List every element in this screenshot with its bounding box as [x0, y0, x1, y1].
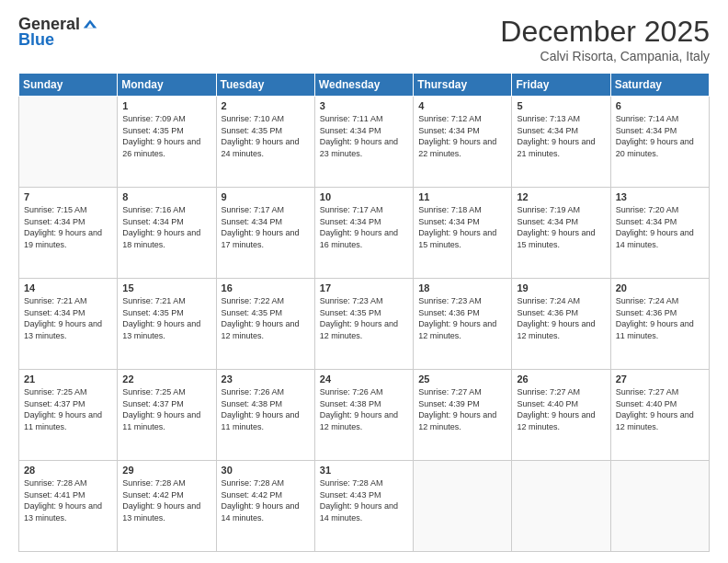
calendar-cell: 26Sunrise: 7:27 AMSunset: 4:40 PMDayligh… — [512, 370, 610, 461]
cell-content: Sunrise: 7:16 AMSunset: 4:34 PMDaylight:… — [122, 204, 210, 250]
day-header-tuesday: Tuesday — [216, 74, 314, 97]
cell-content: Sunrise: 7:28 AMSunset: 4:43 PMDaylight:… — [320, 477, 408, 523]
calendar-cell: 9Sunrise: 7:17 AMSunset: 4:34 PMDaylight… — [216, 188, 314, 279]
cell-content: Sunrise: 7:10 AMSunset: 4:35 PMDaylight:… — [222, 113, 310, 159]
day-number: 11 — [418, 191, 506, 202]
week-row-2: 14Sunrise: 7:21 AMSunset: 4:34 PMDayligh… — [19, 279, 710, 370]
calendar-cell: 12Sunrise: 7:19 AMSunset: 4:34 PMDayligh… — [512, 188, 610, 279]
day-number: 27 — [616, 373, 704, 385]
calendar-cell: 15Sunrise: 7:21 AMSunset: 4:35 PMDayligh… — [118, 279, 216, 370]
day-number: 25 — [418, 373, 506, 385]
cell-content: Sunrise: 7:25 AMSunset: 4:37 PMDaylight:… — [122, 386, 210, 432]
cell-content: Sunrise: 7:26 AMSunset: 4:38 PMDaylight:… — [222, 386, 310, 432]
day-number: 13 — [616, 191, 704, 202]
logo-icon — [82, 17, 98, 33]
day-number: 1 — [122, 100, 210, 111]
day-number: 7 — [24, 191, 112, 202]
day-number: 4 — [418, 100, 506, 111]
calendar-cell: 22Sunrise: 7:25 AMSunset: 4:37 PMDayligh… — [118, 370, 216, 461]
day-header-monday: Monday — [118, 74, 216, 97]
day-number: 17 — [320, 282, 408, 293]
cell-content: Sunrise: 7:12 AMSunset: 4:34 PMDaylight:… — [418, 113, 506, 159]
day-number: 14 — [24, 282, 112, 293]
cell-content: Sunrise: 7:28 AMSunset: 4:42 PMDaylight:… — [222, 477, 310, 523]
cell-content: Sunrise: 7:19 AMSunset: 4:34 PMDaylight:… — [517, 204, 605, 250]
calendar-cell: 2Sunrise: 7:10 AMSunset: 4:35 PMDaylight… — [216, 97, 314, 188]
day-header-friday: Friday — [512, 74, 610, 97]
calendar-cell: 17Sunrise: 7:23 AMSunset: 4:35 PMDayligh… — [314, 279, 413, 370]
cell-content: Sunrise: 7:18 AMSunset: 4:34 PMDaylight:… — [418, 204, 506, 250]
cell-content: Sunrise: 7:23 AMSunset: 4:36 PMDaylight:… — [418, 295, 506, 341]
day-number: 8 — [122, 191, 210, 202]
day-number: 23 — [222, 373, 310, 385]
cell-content: Sunrise: 7:15 AMSunset: 4:34 PMDaylight:… — [24, 204, 112, 250]
cell-content: Sunrise: 7:24 AMSunset: 4:36 PMDaylight:… — [517, 295, 605, 341]
day-number: 26 — [517, 373, 605, 385]
day-header-sunday: Sunday — [19, 74, 118, 97]
day-number: 30 — [222, 465, 310, 476]
calendar-cell: 28Sunrise: 7:28 AMSunset: 4:41 PMDayligh… — [19, 461, 118, 552]
cell-content: Sunrise: 7:22 AMSunset: 4:35 PMDaylight:… — [222, 295, 310, 341]
day-number: 9 — [222, 191, 310, 202]
cell-content: Sunrise: 7:27 AMSunset: 4:40 PMDaylight:… — [517, 386, 605, 432]
cell-content: Sunrise: 7:11 AMSunset: 4:34 PMDaylight:… — [320, 113, 408, 159]
day-number: 22 — [122, 373, 210, 385]
calendar-cell: 23Sunrise: 7:26 AMSunset: 4:38 PMDayligh… — [216, 370, 314, 461]
day-number: 19 — [517, 282, 605, 293]
calendar-cell: 21Sunrise: 7:25 AMSunset: 4:37 PMDayligh… — [19, 370, 118, 461]
day-number: 29 — [122, 465, 210, 476]
calendar-cell: 14Sunrise: 7:21 AMSunset: 4:34 PMDayligh… — [19, 279, 118, 370]
calendar-cell — [414, 461, 512, 552]
cell-content: Sunrise: 7:26 AMSunset: 4:38 PMDaylight:… — [320, 386, 408, 432]
week-row-0: 1Sunrise: 7:09 AMSunset: 4:35 PMDaylight… — [19, 97, 710, 188]
calendar-cell: 6Sunrise: 7:14 AMSunset: 4:34 PMDaylight… — [610, 97, 709, 188]
calendar-cell: 18Sunrise: 7:23 AMSunset: 4:36 PMDayligh… — [414, 279, 512, 370]
calendar-cell: 25Sunrise: 7:27 AMSunset: 4:39 PMDayligh… — [414, 370, 512, 461]
calendar-cell: 29Sunrise: 7:28 AMSunset: 4:42 PMDayligh… — [118, 461, 216, 552]
calendar-cell: 24Sunrise: 7:26 AMSunset: 4:38 PMDayligh… — [314, 370, 413, 461]
day-number: 5 — [517, 100, 605, 111]
cell-content: Sunrise: 7:27 AMSunset: 4:40 PMDaylight:… — [616, 386, 704, 432]
calendar-cell: 8Sunrise: 7:16 AMSunset: 4:34 PMDaylight… — [118, 188, 216, 279]
day-header-saturday: Saturday — [610, 74, 709, 97]
calendar-cell — [512, 461, 610, 552]
day-number: 24 — [320, 373, 408, 385]
calendar-cell: 16Sunrise: 7:22 AMSunset: 4:35 PMDayligh… — [216, 279, 314, 370]
day-number: 20 — [616, 282, 704, 293]
day-number: 12 — [517, 191, 605, 202]
cell-content: Sunrise: 7:09 AMSunset: 4:35 PMDaylight:… — [122, 113, 210, 159]
header: General Blue December 2025 Calvi Risorta… — [18, 15, 710, 63]
cell-content: Sunrise: 7:21 AMSunset: 4:35 PMDaylight:… — [122, 295, 210, 341]
calendar-cell: 1Sunrise: 7:09 AMSunset: 4:35 PMDaylight… — [118, 97, 216, 188]
calendar-cell: 11Sunrise: 7:18 AMSunset: 4:34 PMDayligh… — [414, 188, 512, 279]
cell-content: Sunrise: 7:13 AMSunset: 4:34 PMDaylight:… — [517, 113, 605, 159]
day-header-thursday: Thursday — [414, 74, 512, 97]
cell-content: Sunrise: 7:27 AMSunset: 4:39 PMDaylight:… — [418, 386, 506, 432]
day-number: 10 — [320, 191, 408, 202]
calendar-cell — [19, 97, 118, 188]
cell-content: Sunrise: 7:14 AMSunset: 4:34 PMDaylight:… — [616, 113, 704, 159]
day-number: 3 — [320, 100, 408, 111]
cell-content: Sunrise: 7:24 AMSunset: 4:36 PMDaylight:… — [616, 295, 704, 341]
cell-content: Sunrise: 7:25 AMSunset: 4:37 PMDaylight:… — [24, 386, 112, 432]
cell-content: Sunrise: 7:21 AMSunset: 4:34 PMDaylight:… — [24, 295, 112, 341]
logo: General Blue — [18, 15, 98, 50]
calendar-cell — [610, 461, 709, 552]
calendar-cell: 31Sunrise: 7:28 AMSunset: 4:43 PMDayligh… — [314, 461, 413, 552]
calendar-cell: 20Sunrise: 7:24 AMSunset: 4:36 PMDayligh… — [610, 279, 709, 370]
calendar-cell: 19Sunrise: 7:24 AMSunset: 4:36 PMDayligh… — [512, 279, 610, 370]
day-number: 15 — [122, 282, 210, 293]
calendar-cell: 30Sunrise: 7:28 AMSunset: 4:42 PMDayligh… — [216, 461, 314, 552]
cell-content: Sunrise: 7:17 AMSunset: 4:34 PMDaylight:… — [222, 204, 310, 250]
calendar-cell: 27Sunrise: 7:27 AMSunset: 4:40 PMDayligh… — [610, 370, 709, 461]
day-number: 2 — [222, 100, 310, 111]
day-number: 21 — [24, 373, 112, 385]
page: General Blue December 2025 Calvi Risorta… — [0, 0, 728, 563]
day-number: 6 — [616, 100, 704, 111]
week-row-3: 21Sunrise: 7:25 AMSunset: 4:37 PMDayligh… — [19, 370, 710, 461]
month-title: December 2025 — [500, 15, 710, 49]
cell-content: Sunrise: 7:17 AMSunset: 4:34 PMDaylight:… — [320, 204, 408, 250]
calendar-cell: 10Sunrise: 7:17 AMSunset: 4:34 PMDayligh… — [314, 188, 413, 279]
logo-blue: Blue — [18, 30, 54, 50]
calendar-table: SundayMondayTuesdayWednesdayThursdayFrid… — [18, 73, 710, 552]
